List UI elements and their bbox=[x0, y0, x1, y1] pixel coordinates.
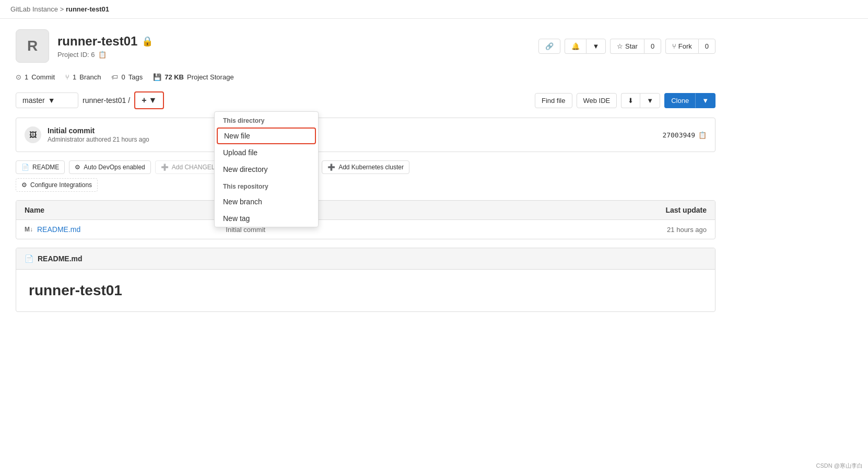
dropdown-section-repository: This repository bbox=[215, 178, 318, 193]
commit-time: authored 21 hours ago bbox=[86, 136, 149, 143]
quick-actions-2: ⚙ Configure Integrations bbox=[16, 178, 715, 192]
stat-branches[interactable]: ⑂ 1 > Branch bbox=[65, 73, 101, 81]
breadcrumb-parent[interactable]: GitLab Instance bbox=[10, 5, 58, 13]
breadcrumb: GitLab Instance > runner-test01 bbox=[0, 0, 868, 19]
readme-header: 📄 README.md bbox=[16, 248, 715, 270]
lock-icon: 🔒 bbox=[142, 36, 153, 47]
add-button[interactable]: + ▼ bbox=[134, 91, 164, 109]
commit-author: Administrator bbox=[48, 136, 85, 143]
copy-link-button[interactable]: 🔗 bbox=[538, 39, 560, 54]
add-changelog-icon: ➕ bbox=[161, 164, 169, 171]
commit-count: 1 bbox=[25, 73, 28, 81]
add-chevron-icon: ▼ bbox=[149, 96, 157, 105]
stat-storage: 💾 72 KB Project Storage bbox=[153, 73, 233, 81]
clone-group: Clone ▼ bbox=[664, 93, 715, 108]
readme-section: 📄 README.md runner-test01 bbox=[16, 248, 715, 312]
commit-section: 🖼 Initial commit Administrator authored … bbox=[16, 118, 715, 152]
dropdown-new-file[interactable]: New file bbox=[217, 128, 316, 144]
col-name-header: Name bbox=[25, 206, 628, 214]
file-name[interactable]: M↓ README.md bbox=[25, 225, 226, 234]
readme-body: runner-test01 bbox=[16, 270, 715, 311]
quick-add-kubernetes[interactable]: ➕ Add Kubernetes cluster bbox=[322, 160, 409, 174]
download-group: ⬇ ▼ bbox=[621, 93, 660, 108]
branch-label-text: Branch bbox=[79, 73, 101, 81]
commit-avatar: 🖼 bbox=[25, 126, 41, 143]
project-id: Project ID: 6 📋 bbox=[57, 51, 153, 59]
project-name: runner-test01 bbox=[57, 34, 137, 49]
quick-autodevops[interactable]: ⚙ Auto DevOps enabled bbox=[69, 160, 150, 174]
tag-icon: 🏷 bbox=[111, 73, 118, 81]
fork-group: ⑂ Fork 0 bbox=[665, 39, 715, 54]
copy-id-icon[interactable]: 📋 bbox=[98, 51, 107, 59]
table-row: M↓ README.md Initial commit 21 hours ago bbox=[16, 220, 715, 239]
breadcrumb-current: runner-test01 bbox=[66, 5, 109, 13]
project-title: runner-test01 🔒 bbox=[57, 34, 153, 49]
readme-file-icon: 📄 bbox=[25, 254, 33, 263]
files-table: Name Last update M↓ README.md Initial co… bbox=[16, 200, 715, 239]
find-file-button[interactable]: Find file bbox=[535, 93, 572, 108]
branch-chevron-icon: ▼ bbox=[48, 96, 55, 105]
copy-hash-icon[interactable]: 📋 bbox=[698, 131, 707, 139]
project-header: R runner-test01 🔒 Project ID: 6 📋 🔗 🔔 ▼ bbox=[16, 29, 715, 63]
dropdown-section-directory: This directory bbox=[215, 112, 318, 128]
tag-count: 0 bbox=[121, 73, 125, 81]
tag-label: Tags bbox=[128, 73, 143, 81]
commit-row: 🖼 Initial commit Administrator authored … bbox=[16, 118, 715, 152]
clone-chevron-button[interactable]: ▼ bbox=[695, 93, 715, 108]
branch-icon: ⑂ bbox=[65, 73, 69, 81]
quick-readme[interactable]: 📄 README bbox=[16, 160, 65, 174]
path-breadcrumb: runner-test01 / bbox=[83, 96, 130, 105]
files-table-header: Name Last update bbox=[16, 201, 715, 220]
web-ide-button[interactable]: Web IDE bbox=[577, 93, 617, 108]
commit-hash: 27003949 📋 bbox=[662, 131, 707, 139]
project-avatar: R bbox=[16, 29, 49, 63]
commit-title[interactable]: Initial commit bbox=[48, 126, 656, 135]
commit-hash-value[interactable]: 27003949 bbox=[662, 131, 695, 139]
autodevops-icon: ⚙ bbox=[75, 164, 80, 171]
project-header-left: R runner-test01 🔒 Project ID: 6 📋 bbox=[16, 29, 153, 63]
fork-button[interactable]: ⑂ Fork bbox=[665, 39, 698, 54]
fork-count[interactable]: 0 bbox=[698, 39, 715, 54]
dropdown-new-directory[interactable]: New directory bbox=[215, 161, 318, 178]
stats-bar: ⊙ 1 Commit ⑂ 1 > Branch 🏷 0 Tags 💾 72 KB… bbox=[16, 73, 715, 81]
notification-chevron-button[interactable]: ▼ bbox=[586, 39, 606, 54]
project-info: runner-test01 🔒 Project ID: 6 📋 bbox=[57, 34, 153, 59]
dropdown-upload-file[interactable]: Upload file bbox=[215, 144, 318, 161]
path-separator: / bbox=[128, 96, 130, 105]
file-type-icon: M↓ bbox=[25, 226, 33, 233]
file-update: 21 hours ago bbox=[628, 226, 707, 234]
toolbar-right: Find file Web IDE ⬇ ▼ Clone ▼ bbox=[535, 93, 715, 108]
breadcrumb-separator: > bbox=[60, 5, 64, 13]
star-count[interactable]: 0 bbox=[644, 39, 661, 54]
commit-label: Commit bbox=[31, 73, 55, 81]
branch-selector[interactable]: master ▼ bbox=[16, 92, 78, 108]
star-group: ☆ Star 0 bbox=[610, 39, 661, 54]
stat-tags[interactable]: 🏷 0 Tags bbox=[111, 73, 143, 81]
toolbar: master ▼ runner-test01 / + ▼ This direct… bbox=[16, 91, 715, 109]
commit-info: Initial commit Administrator authored 21… bbox=[48, 126, 656, 143]
file-link[interactable]: README.md bbox=[37, 225, 80, 234]
star-button[interactable]: ☆ Star bbox=[610, 39, 643, 54]
clone-button[interactable]: Clone bbox=[664, 93, 695, 108]
branch-name: master bbox=[22, 96, 45, 105]
notification-group: 🔔 ▼ bbox=[565, 39, 606, 54]
readme-filename: README.md bbox=[38, 254, 83, 263]
commit-meta: Administrator authored 21 hours ago bbox=[48, 136, 656, 143]
notification-button[interactable]: 🔔 bbox=[565, 39, 586, 54]
configure-icon: ⚙ bbox=[21, 181, 27, 189]
download-chevron-button[interactable]: ▼ bbox=[640, 93, 660, 108]
add-kubernetes-icon: ➕ bbox=[327, 164, 335, 171]
branch-count: 1 bbox=[73, 73, 76, 81]
plus-icon: + bbox=[142, 96, 146, 105]
add-dropdown-menu: This directory New file Upload file New … bbox=[214, 111, 319, 227]
download-button[interactable]: ⬇ bbox=[621, 93, 640, 108]
quick-configure-integrations[interactable]: ⚙ Configure Integrations bbox=[16, 178, 98, 192]
stat-commits[interactable]: ⊙ 1 Commit bbox=[16, 73, 55, 81]
quick-actions: 📄 README ⚙ Auto DevOps enabled ➕ Add CHA… bbox=[16, 160, 715, 174]
path-repo[interactable]: runner-test01 bbox=[83, 96, 126, 105]
dropdown-new-tag[interactable]: New tag bbox=[215, 210, 318, 227]
dropdown-new-branch[interactable]: New branch bbox=[215, 193, 318, 210]
readme-icon: 📄 bbox=[21, 164, 29, 171]
commit-icon: ⊙ bbox=[16, 73, 21, 81]
storage-size: 72 KB bbox=[165, 73, 184, 81]
